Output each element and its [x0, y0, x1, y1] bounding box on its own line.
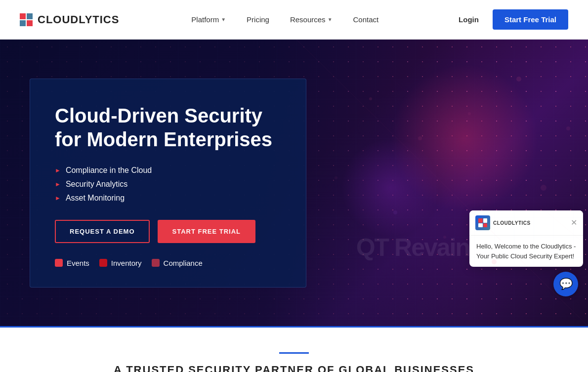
logo-text: CLOUDLYTICS [38, 13, 119, 26]
nav-platform[interactable]: Platform ▼ [183, 11, 234, 28]
hero-tags: Events Inventory Compliance [55, 259, 281, 267]
logo-link[interactable]: CLOUDLYTICS [20, 13, 119, 26]
logo-square-3 [20, 20, 26, 26]
bottom-title: A TRUSTED SECURITY PARTNER OF GLOBAL BUS… [20, 364, 568, 372]
tag-dot-events [55, 259, 63, 267]
chevron-down-icon-2: ▼ [328, 17, 333, 22]
arrow-icon-1: ► [55, 167, 61, 174]
hero-section: Cloud-Driven Security for Modern Enterpr… [0, 40, 588, 326]
login-button[interactable]: Login [451, 11, 487, 28]
tag-events: Events [55, 259, 89, 267]
bottom-section: A TRUSTED SECURITY PARTNER OF GLOBAL BUS… [0, 326, 588, 372]
nav-links: Platform ▼ Pricing Resources ▼ Contact [183, 11, 386, 28]
request-demo-button[interactable]: REQUEST A DEMO [55, 220, 150, 243]
feature-compliance: ► Compliance in the Cloud [55, 166, 281, 175]
tag-inventory: Inventory [99, 259, 142, 267]
hero-card: Cloud-Driven Security for Modern Enterpr… [30, 79, 306, 288]
nav-actions: Login Start Free Trial [451, 9, 568, 30]
tag-compliance: Compliance [152, 259, 203, 267]
start-free-trial-button[interactable]: Start Free Trial [493, 9, 568, 30]
nav-pricing[interactable]: Pricing [239, 11, 277, 28]
logo-square-2 [27, 13, 33, 19]
tag-dot-compliance [152, 259, 160, 267]
hero-title: Cloud-Driven Security for Modern Enterpr… [55, 104, 281, 151]
navbar: CLOUDLYTICS Platform ▼ Pricing Resources… [0, 0, 588, 40]
logo-square-4 [27, 20, 33, 26]
chevron-down-icon: ▼ [221, 17, 226, 22]
divider-line [279, 352, 309, 354]
nav-contact[interactable]: Contact [345, 11, 387, 28]
arrow-icon-3: ► [55, 195, 61, 202]
start-trial-button[interactable]: START FREE TRIAL [158, 220, 256, 243]
nav-resources[interactable]: Resources ▼ [282, 11, 340, 28]
feature-analytics: ► Security Analytics [55, 180, 281, 189]
tag-dot-inventory [99, 259, 107, 267]
logo-square-1 [20, 13, 26, 19]
feature-monitoring: ► Asset Monitoring [55, 194, 281, 203]
arrow-icon-2: ► [55, 181, 61, 188]
hero-buttons: REQUEST A DEMO START FREE TRIAL [55, 220, 281, 243]
hero-content: Cloud-Driven Security for Modern Enterpr… [0, 40, 588, 326]
hero-features: ► Compliance in the Cloud ► Security Ana… [55, 166, 281, 203]
logo-icon [20, 13, 33, 26]
